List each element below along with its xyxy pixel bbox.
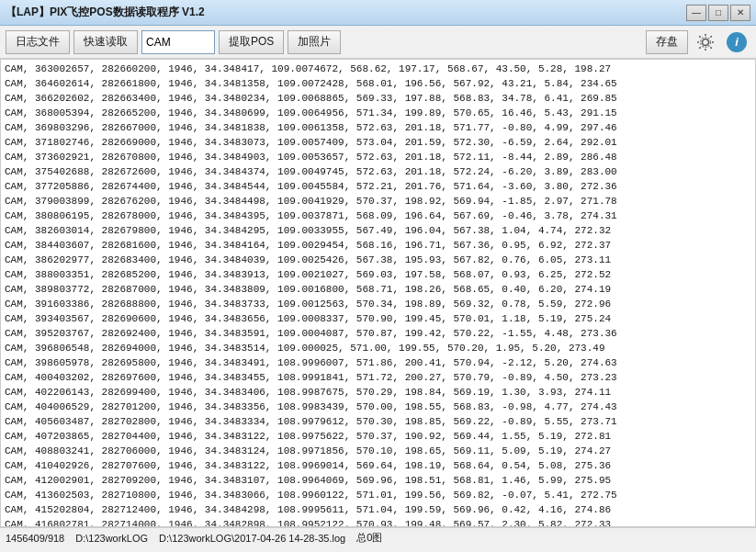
close-button[interactable]: ✕ <box>730 5 750 21</box>
minimize-button[interactable]: — <box>686 5 706 21</box>
content-area[interactable]: CAM, 363002657, 282660200, 1946, 34.3484… <box>0 59 756 527</box>
status-bar: 1456409/918 D:\123workLOG D:\123workLOG\… <box>0 527 756 547</box>
window-title: 【LAP】PIX飞控POS数据读取程序 V1.2 <box>6 5 205 20</box>
log-file-button[interactable]: 日志文件 <box>6 30 70 54</box>
title-bar: 【LAP】PIX飞控POS数据读取程序 V1.2 — □ ✕ <box>0 0 756 26</box>
extract-pos-button[interactable]: 提取POS <box>219 30 284 54</box>
window-controls: — □ ✕ <box>686 5 750 21</box>
status-count: 1456409/918 <box>6 533 64 544</box>
status-path1: D:\123workLOG <box>75 533 148 544</box>
status-path2: D:\123workLOG\2017-04-26 14-28-35.log <box>159 533 345 544</box>
gear-icon <box>695 32 716 52</box>
add-photo-button[interactable]: 加照片 <box>288 30 341 54</box>
save-button[interactable]: 存盘 <box>646 30 688 54</box>
svg-point-0 <box>703 39 709 45</box>
settings-icon-button[interactable] <box>692 28 719 56</box>
info-icon: i <box>727 32 747 52</box>
toolbar: 日志文件 快速读取 提取POS 加照片 存盘 i <box>0 26 756 59</box>
status-total: 总0图 <box>356 531 382 545</box>
fast-read-button[interactable]: 快速读取 <box>73 30 138 54</box>
content-text: CAM, 363002657, 282660200, 1946, 34.3484… <box>5 62 751 527</box>
maximize-button[interactable]: □ <box>708 5 728 21</box>
cam-input[interactable] <box>141 30 215 54</box>
info-icon-button[interactable]: i <box>723 28 750 56</box>
